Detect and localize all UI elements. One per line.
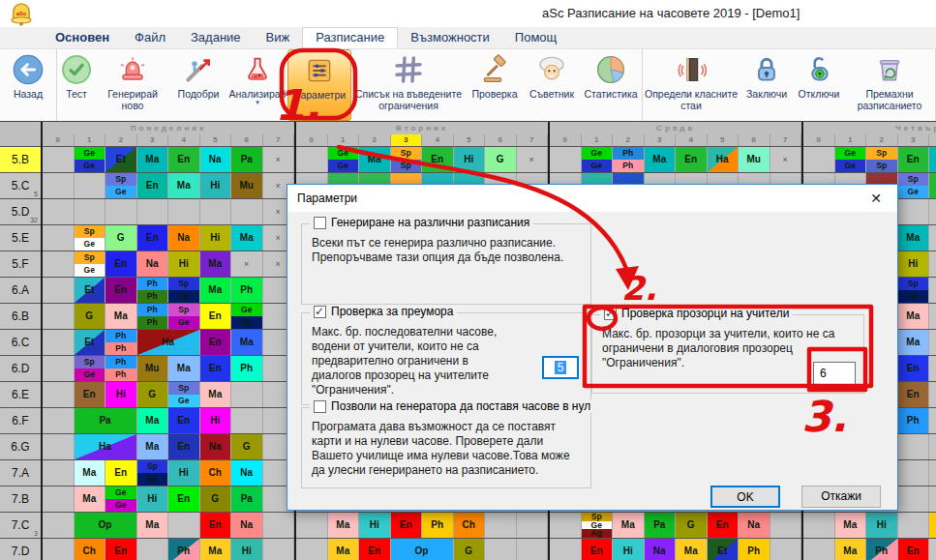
lesson-cell[interactable]: G	[676, 513, 708, 538]
lesson-cell[interactable]	[803, 539, 835, 560]
lesson-cell[interactable]: Ma	[328, 513, 360, 538]
lesson-cell[interactable]	[517, 539, 549, 560]
lesson-cell[interactable]: Ma	[200, 278, 232, 303]
test-button[interactable]: Тест	[57, 49, 96, 121]
lesson-cell[interactable]	[929, 278, 936, 303]
lesson-cell[interactable]	[43, 460, 75, 486]
lesson-cell[interactable]: SpGe	[898, 173, 930, 198]
lesson-cell[interactable]: SpGe	[75, 251, 106, 277]
define-classrooms-button[interactable]: Определи класните стаи	[643, 49, 740, 121]
lesson-cell[interactable]: Ma	[168, 173, 200, 198]
lesson-cell[interactable]: Pa	[75, 408, 137, 433]
lesson-cell[interactable]: En	[391, 513, 423, 538]
lesson-cell[interactable]	[75, 173, 106, 198]
lesson-cell[interactable]: Ma	[835, 513, 867, 538]
lesson-cell[interactable]: Na	[739, 513, 770, 538]
lesson-cell[interactable]: G	[106, 225, 137, 251]
class-label[interactable]: 6.B	[0, 304, 41, 330]
back-button[interactable]: Назад	[0, 49, 56, 121]
lesson-cell[interactable]: SpGe	[168, 304, 200, 329]
lesson-cell[interactable]: En	[106, 539, 137, 560]
lesson-cell[interactable]: Hi	[200, 408, 232, 433]
lesson-cell[interactable]: Ph	[422, 513, 454, 538]
class-label[interactable]: 5.F	[0, 251, 41, 278]
lesson-cell[interactable]: En	[898, 356, 930, 381]
improve-button[interactable]: Подобри	[169, 49, 227, 121]
lesson-cell[interactable]: Ph	[231, 356, 263, 381]
lesson-cell[interactable]	[168, 199, 200, 224]
lesson-cell[interactable]: G	[454, 539, 486, 560]
lesson-cell[interactable]	[770, 513, 802, 538]
lesson-cell[interactable]	[43, 199, 75, 224]
menu-tab-Възможности[interactable]: Възможности	[398, 27, 502, 48]
lesson-cell[interactable]	[550, 539, 582, 560]
lesson-cell[interactable]: Mu	[231, 173, 263, 198]
lesson-cell[interactable]: SpSp	[391, 147, 423, 172]
lesson-cell[interactable]: Mu	[137, 356, 169, 381]
lesson-cell[interactable]: Hi	[359, 513, 391, 538]
lesson-cell[interactable]: GeSp	[231, 304, 263, 329]
lesson-cell[interactable]	[43, 304, 75, 329]
lesson-cell[interactable]: GeGe	[106, 486, 137, 512]
lesson-cell[interactable]	[43, 147, 75, 172]
lesson-cell[interactable]: Ma	[200, 539, 232, 560]
lesson-cell[interactable]: Pa	[231, 486, 263, 512]
cancel-button[interactable]: Откажи	[801, 486, 881, 508]
lesson-cell[interactable]: Ha	[708, 147, 740, 172]
lesson-cell[interactable]: Ma	[328, 539, 360, 560]
lesson-cell[interactable]	[231, 408, 263, 433]
lesson-cell[interactable]: Ph	[231, 278, 263, 303]
dropdown-arrow-icon[interactable]: ▾	[256, 100, 259, 104]
lesson-cell[interactable]: Na	[645, 539, 677, 560]
lesson-cell[interactable]	[43, 225, 75, 251]
lesson-cell[interactable]: SpGe	[75, 356, 106, 381]
lesson-cell[interactable]: En	[137, 225, 169, 251]
lock-button[interactable]: Заключи	[740, 49, 794, 121]
lesson-cell[interactable]: Na	[231, 513, 263, 538]
class-label[interactable]: 7.A	[0, 460, 41, 486]
lesson-cell[interactable]: Ma	[106, 304, 137, 329]
lesson-cell[interactable]: En	[359, 539, 391, 560]
lesson-cell[interactable]: Na	[200, 147, 232, 172]
lesson-cell[interactable]: Ma	[200, 251, 232, 277]
lesson-cell[interactable]: En	[929, 173, 936, 198]
lesson-cell[interactable]	[929, 225, 936, 251]
lesson-cell[interactable]: En	[168, 147, 200, 172]
lesson-cell[interactable]: G	[231, 434, 263, 459]
lesson-cell[interactable]	[43, 356, 75, 381]
lesson-cell[interactable]	[231, 199, 263, 224]
lesson-cell[interactable]: Hi	[106, 382, 137, 407]
lesson-cell[interactable]: Hi	[454, 147, 486, 172]
lesson-cell[interactable]	[43, 382, 75, 407]
lesson-cell[interactable]	[898, 513, 930, 538]
lesson-cell[interactable]: Ma	[200, 382, 232, 407]
lesson-cell[interactable]: En	[708, 513, 740, 538]
checkbox-teacher-windows[interactable]	[604, 308, 617, 320]
lesson-cell[interactable]: Ma	[137, 434, 169, 459]
close-icon[interactable]: ✕	[855, 185, 897, 212]
lesson-cell[interactable]: Ma	[137, 147, 169, 172]
lesson-cell[interactable]: G	[75, 304, 106, 329]
lesson-cell[interactable]: En	[168, 434, 200, 459]
lesson-cell[interactable]	[43, 486, 75, 512]
lesson-cell[interactable]: En	[168, 486, 200, 512]
lesson-cell[interactable]	[929, 460, 936, 486]
lesson-cell[interactable]	[75, 199, 106, 224]
lesson-cell[interactable]	[43, 251, 75, 277]
lesson-cell[interactable]: Mu	[739, 147, 770, 172]
lesson-cell[interactable]	[803, 513, 835, 538]
lesson-cell[interactable]: Hi	[168, 251, 200, 277]
menu-tab-Виж[interactable]: Виж	[254, 27, 303, 48]
lesson-cell[interactable]	[803, 147, 835, 172]
lesson-cell[interactable]	[296, 147, 328, 172]
lesson-cell[interactable]: G	[485, 147, 517, 172]
lesson-cell[interactable]: Et	[106, 147, 137, 172]
lesson-cell[interactable]: ×	[263, 147, 295, 172]
lesson-cell[interactable]: Ma	[137, 513, 169, 538]
lesson-cell[interactable]: Ha	[137, 330, 200, 355]
lesson-cell[interactable]: Hi	[200, 225, 232, 251]
lesson-cell[interactable]: Ma	[676, 539, 708, 560]
lesson-cell[interactable]	[929, 486, 936, 512]
lesson-cell[interactable]	[168, 513, 200, 538]
lesson-cell[interactable]	[929, 199, 936, 224]
